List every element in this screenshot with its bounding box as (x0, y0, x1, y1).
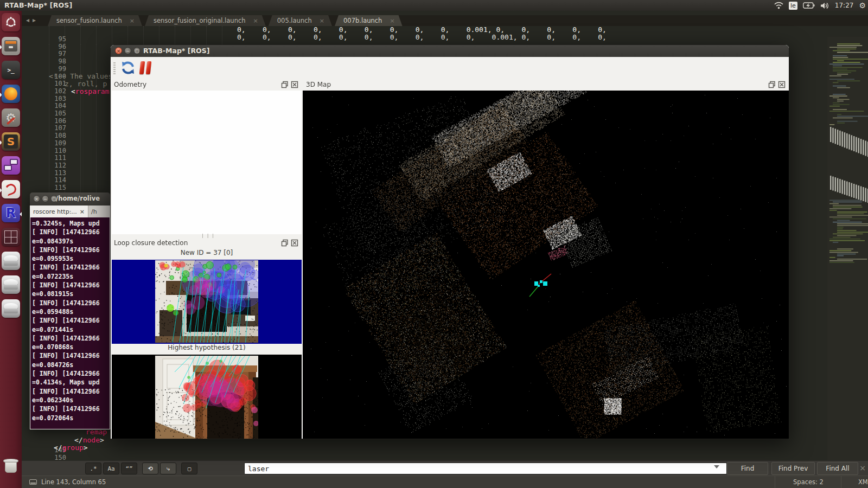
launcher-terminal[interactable]: >_ (2, 61, 20, 79)
terminal-log-line: [ INFO] [147412966 (32, 299, 110, 307)
terminal-output[interactable]: =0.3245s, Maps upd[ INFO] [147412966e=0.… (30, 217, 110, 429)
battery-icon[interactable] (803, 2, 815, 9)
editor-tab[interactable]: sensor_fusion_original.launch× (145, 15, 266, 26)
terminal-tab-2[interactable]: /h (88, 206, 110, 217)
terminal-close-button[interactable]: × (33, 195, 40, 202)
terminal-log-line: e=0.070868s (32, 343, 110, 351)
code-comment-2[interactable]: z, roll, p (65, 80, 107, 88)
map3d-panel-header: 3D Map (304, 80, 789, 91)
loop-new-id-image (155, 260, 258, 343)
terminal-log-line: [ INFO] [147412966 (32, 228, 110, 236)
terminal-minimize-button[interactable]: − (42, 195, 49, 202)
terminal-title-bar[interactable]: × − ◻ /home/rolive (30, 192, 110, 206)
tab-forward-icon[interactable]: ▸ (33, 16, 39, 24)
highlight-matches-button[interactable]: ▢ (181, 463, 197, 474)
ubuntu-logo-icon (5, 16, 17, 28)
code-comment-1[interactable]: <!-- The values (49, 72, 112, 80)
tab-label: 007b.launch (343, 17, 382, 24)
tab-close-icon[interactable]: × (253, 17, 258, 24)
terminal-log-line: e=0.071441s (32, 325, 110, 334)
find-history-dropdown-icon[interactable] (714, 465, 719, 468)
find-prev-button[interactable]: Find Prev (771, 462, 815, 475)
code-line-149[interactable]: </node> (74, 436, 104, 444)
launcher-workspace-switcher[interactable] (2, 228, 20, 246)
terminal-tab-close-icon[interactable]: × (80, 208, 85, 215)
terminal-log-line: [ INFO] [147412966 (32, 246, 110, 254)
unity-launcher: >_ ⚙ S R (0, 11, 22, 488)
rtabmap-minimize-button[interactable]: − (124, 47, 131, 54)
editor-tab[interactable]: sensor_fusion.launch× (48, 15, 142, 26)
find-all-button[interactable]: Find All (817, 462, 858, 475)
launcher-disk-3[interactable] (2, 299, 20, 318)
editor-status-bar: Line 143, Column 65 Spaces: 2 XML (22, 476, 868, 488)
code-line-103[interactable]: <rosparam (71, 87, 109, 95)
rtabmap-title-bar[interactable]: × − ◻ RTAB-Map* [ROS] (111, 45, 789, 57)
keyboard-layout-indicator[interactable]: le (789, 2, 797, 10)
terminal-tab-roscore[interactable]: roscore http:...× (30, 206, 88, 217)
map3d-float-icon[interactable] (768, 81, 776, 88)
tab-close-icon[interactable]: × (320, 17, 324, 24)
odometry-float-icon[interactable] (281, 81, 289, 88)
terminal-log-line: e=0.072064s (32, 414, 110, 422)
tab-close-icon[interactable]: × (130, 17, 135, 24)
launcher-document-viewer[interactable] (2, 180, 20, 198)
loop-closure-panel-header: Loop closure detection (112, 238, 302, 249)
clock[interactable]: 17:27 (835, 2, 854, 9)
launcher-disk-1[interactable] (2, 252, 20, 270)
rtabmap-window: × − ◻ RTAB-Map* [ROS] Odometry ❘❘❘ (110, 44, 789, 439)
launcher-remote-displays[interactable] (2, 156, 20, 175)
find-button[interactable]: Find (727, 462, 768, 475)
code-line-150[interactable]: </group> (54, 444, 88, 452)
launcher-disk-2[interactable] (2, 275, 20, 294)
minimap[interactable] (827, 37, 868, 469)
session-gear-icon[interactable]: ⚙ (859, 1, 866, 10)
launcher-sublime-text[interactable]: S (2, 132, 20, 151)
terminal-log-line: [ INFO] [147412966 (32, 263, 110, 272)
loop-close-icon[interactable] (291, 239, 298, 247)
point-cloud-canvas[interactable] (303, 91, 789, 439)
tab-label: sensor_fusion.launch (56, 17, 122, 24)
code-line-95[interactable]: 0, 0, 0, 0, 0, 0, 0, 0, 0, 0.001, 0, 0, … (237, 25, 607, 34)
launcher-dash-home[interactable] (2, 13, 20, 31)
loop-hypothesis-image (155, 356, 258, 439)
rtabmap-close-button[interactable]: × (115, 47, 122, 54)
wifi-icon[interactable] (774, 2, 783, 9)
loop-hypothesis-label: Highest hypothesis (21) (112, 344, 302, 355)
indent-guides-left (22, 44, 114, 192)
refresh-icon[interactable] (120, 60, 136, 75)
launcher-rtabmap[interactable]: R (2, 204, 20, 222)
editor-tab[interactable]: 007b.launch× (335, 15, 403, 26)
syntax-status[interactable]: XML (842, 478, 868, 486)
launcher-firefox[interactable] (2, 85, 20, 103)
panel-toggle-icon[interactable] (29, 479, 37, 485)
regex-toggle-button[interactable]: .* (85, 463, 101, 474)
in-selection-button[interactable]: ⤷ (160, 463, 176, 474)
launcher-file-manager[interactable] (2, 37, 20, 55)
map3d-panel-title: 3D Map (306, 81, 331, 88)
odometry-close-icon[interactable] (291, 81, 298, 88)
terminal-log-line: e=0.081915s (32, 290, 110, 298)
whole-word-button[interactable]: “” (121, 463, 137, 474)
terminal-log-line: e=0.095953s (32, 254, 110, 263)
volume-icon[interactable] (820, 2, 829, 9)
find-close-icon[interactable]: × (859, 464, 866, 472)
toolbar-grip[interactable] (113, 62, 116, 74)
editor-tab[interactable]: 005.launch× (269, 15, 332, 26)
odometry-view[interactable] (112, 91, 302, 234)
loop-float-icon[interactable] (281, 239, 289, 247)
tab-nav-arrows[interactable]: ◂▸ (26, 16, 39, 24)
indentation-status[interactable]: Spaces: 2 (776, 478, 841, 486)
case-sensitive-button[interactable]: Aa (103, 463, 119, 474)
map3d-close-icon[interactable] (778, 81, 786, 88)
code-line-96[interactable]: 0, 0, 0, 0, 0, 0, 0, 0, 0, 0, 0.001, 0, … (237, 33, 607, 41)
tab-back-icon[interactable]: ◂ (26, 16, 33, 24)
launcher-system-settings[interactable]: ⚙ (2, 108, 20, 127)
rtabmap-maximize-button[interactable]: ◻ (133, 47, 141, 54)
terminal-log-line: [ INFO] [147412966 (32, 316, 110, 325)
wrap-search-button[interactable]: ⟲ (142, 463, 158, 474)
launcher-trash[interactable] (2, 457, 20, 475)
terminal-log-line: e=0.084397s (32, 237, 110, 246)
map3d-view[interactable] (303, 91, 789, 439)
tab-close-icon[interactable]: × (390, 17, 394, 24)
find-input[interactable] (244, 463, 727, 474)
